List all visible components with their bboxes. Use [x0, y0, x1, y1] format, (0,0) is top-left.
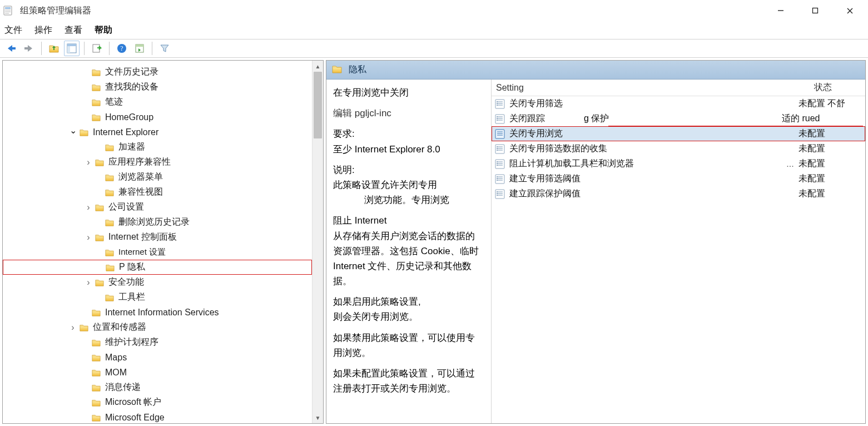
tree-item[interactable]: 工具栏 — [3, 290, 312, 305]
folder-icon — [91, 398, 102, 408]
tree-item[interactable]: ›位置和传感器 — [3, 320, 312, 335]
tree-item[interactable]: 浏览器菜单 — [3, 170, 312, 185]
tree[interactable]: 文件历史记录查找我的设备笔迹HomeGroup⌄Internet Explore… — [3, 61, 312, 423]
description-text: 阻止 Internet — [333, 213, 483, 228]
description-pane: 在专用浏览中关闭 编辑 pgljcl-inc 要求: 至少 Internet E… — [326, 80, 492, 423]
setting-row[interactable]: 建立专用筛选阈值未配置 — [492, 171, 865, 186]
folder-icon — [91, 308, 102, 318]
chevron-right-icon[interactable]: › — [84, 157, 93, 167]
tree-item[interactable]: 查找我的设备 — [3, 80, 312, 95]
svg-rect-29 — [136, 44, 143, 47]
maximize-button[interactable] — [798, 2, 832, 19]
tree-item[interactable]: ›应用程序兼容性 — [3, 155, 312, 170]
tree-item-label: 维护计划程序 — [105, 336, 158, 348]
app-icon — [2, 4, 14, 17]
tree-item[interactable]: 维护计划程序 — [3, 335, 312, 350]
folder-icon — [104, 217, 115, 227]
setting-name: 关闭跟踪 — [509, 113, 582, 125]
policy-icon — [494, 174, 506, 185]
menu-view[interactable]: 查看 — [65, 24, 82, 36]
tree-item-label: Maps — [105, 353, 127, 363]
nav-back-button[interactable] — [3, 41, 19, 56]
export-button[interactable] — [89, 41, 105, 56]
tree-item[interactable]: MOM — [3, 365, 312, 380]
setting-name: 建立跟踪保护阈值 — [509, 188, 782, 200]
setting-name: 阻止计算机加载工具栏和浏览器 — [509, 158, 782, 170]
filter-button[interactable] — [157, 41, 172, 56]
tree-item[interactable]: Microsoft 帐户 — [3, 395, 312, 410]
setting-row[interactable]: 建立跟踪保护阈值未配置 — [492, 186, 865, 201]
column-setting[interactable]: Setting — [492, 83, 781, 93]
setting-state: 未配置 — [798, 128, 865, 140]
folder-icon — [94, 202, 105, 212]
tree-item[interactable]: 兼容性视图 — [3, 185, 312, 200]
tree-item-label: 应用程序兼容性 — [108, 156, 171, 168]
setting-mid-text: g 保护 — [584, 113, 782, 125]
tree-item[interactable]: 加速器 — [3, 140, 312, 155]
properties-button[interactable] — [132, 41, 147, 56]
main-area: 文件历史记录查找我的设备笔迹HomeGroup⌄Internet Explore… — [0, 58, 868, 426]
details-pane: 隐私 ▲ 在专用浏览中关闭 编辑 pgljcl-inc 要求: 至少 Inter… — [326, 60, 866, 424]
scroll-up-icon[interactable]: ▲ — [313, 61, 323, 72]
tree-item[interactable]: 文件历史记录 — [3, 65, 312, 80]
policy-icon — [494, 143, 506, 155]
tree-item[interactable]: ›公司设置 — [3, 200, 312, 215]
setting-name: 关闭专用筛选 — [509, 98, 782, 110]
tree-item[interactable]: Internet Information Services — [3, 305, 312, 320]
setting-row[interactable]: 阻止计算机加载工具栏和浏览器...未配置 — [492, 156, 865, 171]
tree-item-label: Microsoft Edge — [105, 413, 165, 423]
setting-row[interactable]: 关闭专用筛选数据的收集未配置 — [492, 141, 865, 156]
tree-item[interactable]: ›安全功能 — [3, 275, 312, 290]
tree-item[interactable]: P 隐私 — [3, 260, 312, 275]
menubar: 文件 操作 查看 帮助 — [0, 21, 868, 39]
close-button[interactable] — [832, 2, 867, 19]
edit-link[interactable]: 编辑 pgljcl-inc — [333, 106, 483, 121]
tree-item[interactable]: Maps — [3, 350, 312, 365]
menu-help[interactable]: 帮助 — [95, 24, 112, 36]
menu-file[interactable]: 文件 — [4, 24, 22, 36]
menu-action[interactable]: 操作 — [34, 24, 52, 36]
chevron-right-icon[interactable]: › — [84, 202, 93, 212]
up-folder-button[interactable] — [46, 41, 62, 56]
tree-item-label: Internet 控制面板 — [108, 231, 177, 243]
chevron-right-icon[interactable]: › — [84, 278, 93, 288]
column-state[interactable]: 状态 — [781, 82, 865, 93]
folder-icon — [332, 64, 343, 76]
folder-icon — [94, 157, 105, 167]
tree-item[interactable]: HomeGroup — [3, 110, 312, 125]
chevron-right-icon[interactable]: › — [84, 232, 93, 242]
setting-row[interactable]: 关闭专用浏览未配置 — [492, 126, 865, 141]
nav-forward-button[interactable] — [21, 41, 37, 56]
tree-item-label: 加速器 — [118, 141, 145, 153]
show-hide-tree-button[interactable] — [64, 41, 80, 56]
setting-state: 适的 rued — [782, 113, 865, 125]
scroll-thumb[interactable] — [314, 72, 322, 138]
details-header: 隐私 — [326, 61, 865, 80]
description-text: 如果未配置此策略设置，可以通过注册表打开或关闭专用浏览。 — [333, 366, 483, 396]
description-text: 如果启用此策略设置, — [333, 294, 483, 309]
tree-item-label: 笔迹 — [105, 96, 123, 108]
setting-name: 关闭专用浏览 — [509, 128, 782, 140]
description-text: 则会关闭专用浏览。 — [333, 309, 483, 324]
setting-row[interactable]: 关闭专用筛选未配置 不舒 — [492, 96, 865, 111]
policy-icon — [494, 128, 506, 140]
tree-scrollbar[interactable]: ▲ ▼ — [312, 61, 323, 423]
tree-item[interactable]: ⌄Internet Explorer — [3, 125, 312, 140]
titlebar: 组策略管理编辑器 — [0, 0, 868, 21]
setting-row[interactable]: 关闭跟踪g 保护适的 rued — [492, 111, 865, 126]
tree-item-label: Internet Information Services — [105, 308, 219, 318]
setting-state: 未配置 — [798, 173, 865, 185]
help-button[interactable]: ? — [114, 41, 130, 56]
tree-item[interactable]: 笔迹 — [3, 95, 312, 110]
scroll-down-icon[interactable]: ▼ — [313, 412, 323, 423]
minimize-button[interactable] — [763, 2, 798, 19]
tree-item[interactable]: ›Internet 控制面板 — [3, 230, 312, 245]
chevron-down-icon[interactable]: ⌄ — [68, 125, 77, 136]
tree-item-label: Internet Explorer — [93, 127, 158, 137]
tree-item[interactable]: 消息传递 — [3, 380, 312, 395]
tree-item[interactable]: Microsoft Edge — [3, 410, 312, 423]
toolbar: ? — [0, 39, 868, 58]
chevron-right-icon[interactable]: › — [68, 323, 77, 333]
tree-item[interactable]: Internet 设置 — [3, 245, 312, 260]
tree-item[interactable]: 删除浏览历史记录 — [3, 215, 312, 230]
